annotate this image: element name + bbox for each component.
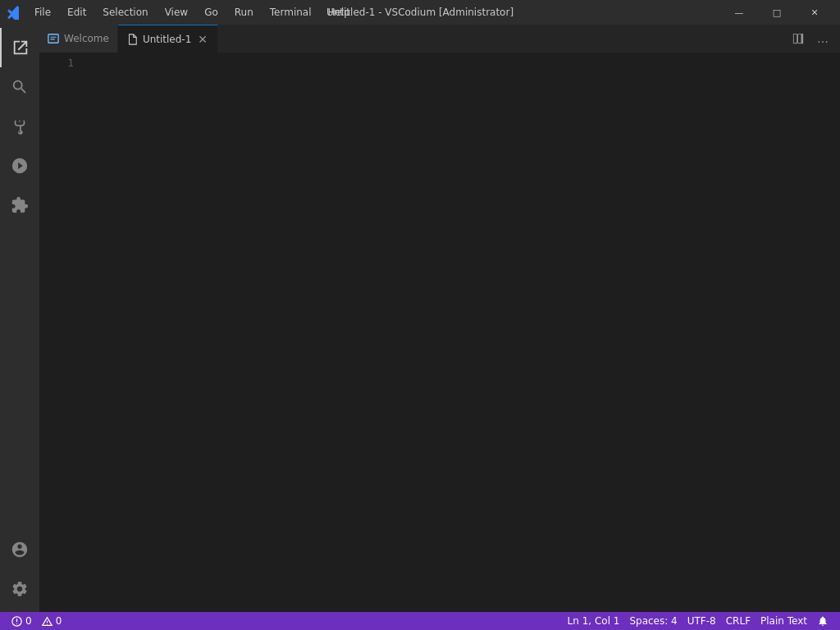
bell-icon <box>817 615 829 627</box>
account-icon[interactable] <box>0 530 39 569</box>
maximize-button[interactable]: □ <box>758 0 796 25</box>
status-bar: 0 0 Ln 1, Col 1 Spaces: 4 UTF-8 CRLF Pla… <box>0 612 840 630</box>
menu-edit[interactable]: Edit <box>61 5 93 20</box>
tab-welcome-label: Welcome <box>64 33 109 44</box>
tab-welcome[interactable]: Welcome <box>39 25 118 52</box>
menu-go[interactable]: Go <box>198 5 225 20</box>
tab-untitled-1[interactable]: Untitled-1 ✕ <box>118 25 218 52</box>
tab-untitled-close-button[interactable]: ✕ <box>196 33 209 46</box>
menu-terminal[interactable]: Terminal <box>263 5 318 20</box>
status-errors[interactable]: 0 <box>7 612 37 630</box>
status-warning-count: 0 <box>56 615 62 627</box>
status-warnings[interactable]: 0 <box>37 612 67 630</box>
tab-file-icon <box>126 34 138 45</box>
window-title: Untitled-1 - VSCodium [Administrator] <box>326 7 514 18</box>
editor-content: 1 <box>39 53 840 612</box>
editor-area: Welcome Untitled-1 ✕ … 1 <box>39 25 840 612</box>
title-bar: File Edit Selection View Go Run Terminal… <box>0 0 840 25</box>
sidebar-item-extensions[interactable] <box>0 185 39 225</box>
status-bell-button[interactable] <box>812 612 833 630</box>
sidebar-item-run-debug[interactable] <box>0 146 39 185</box>
status-encoding[interactable]: UTF-8 <box>682 612 721 630</box>
menu-file[interactable]: File <box>28 5 57 20</box>
status-warning-icon <box>42 616 52 627</box>
tab-welcome-icon <box>48 33 59 44</box>
tab-bar: Welcome Untitled-1 ✕ … <box>39 25 840 53</box>
svg-rect-0 <box>48 34 58 43</box>
main-container: Welcome Untitled-1 ✕ … 1 <box>0 25 840 612</box>
line-number-1: 1 <box>54 55 74 71</box>
menu-view[interactable]: View <box>158 5 194 20</box>
status-language-label: Plain Text <box>760 615 807 627</box>
minimize-button[interactable]: — <box>720 0 758 25</box>
settings-icon[interactable] <box>0 569 39 609</box>
menu-run[interactable]: Run <box>228 5 260 20</box>
menu-selection[interactable]: Selection <box>96 5 154 20</box>
status-eol[interactable]: CRLF <box>721 612 756 630</box>
status-bar-right: Ln 1, Col 1 Spaces: 4 UTF-8 CRLF Plain T… <box>563 612 833 630</box>
status-error-icon <box>11 616 22 627</box>
split-editor-button[interactable] <box>788 28 809 49</box>
app-logo-icon <box>7 5 21 20</box>
status-language[interactable]: Plain Text <box>756 612 812 630</box>
status-eol-label: CRLF <box>726 615 751 627</box>
more-actions-button[interactable]: … <box>812 28 833 49</box>
sidebar-item-explorer[interactable] <box>0 28 39 67</box>
status-spaces-label: Spaces: 4 <box>629 615 677 627</box>
activity-bar <box>0 25 39 612</box>
editor-text-area[interactable] <box>80 53 840 612</box>
status-spaces[interactable]: Spaces: 4 <box>624 612 682 630</box>
tab-untitled-label: Untitled-1 <box>143 34 191 45</box>
title-bar-left: File Edit Selection View Go Run Terminal… <box>7 5 357 20</box>
status-position-label: Ln 1, Col 1 <box>568 615 620 627</box>
line-numbers-gutter: 1 <box>39 53 80 612</box>
status-error-count: 0 <box>25 615 32 627</box>
status-position[interactable]: Ln 1, Col 1 <box>563 612 625 630</box>
sidebar-item-source-control[interactable] <box>0 107 39 146</box>
close-button[interactable]: ✕ <box>796 0 833 25</box>
sidebar-item-search[interactable] <box>0 67 39 107</box>
activity-bar-bottom <box>0 530 39 609</box>
status-encoding-label: UTF-8 <box>687 615 716 627</box>
window-controls: — □ ✕ <box>720 0 833 25</box>
tab-bar-actions: … <box>788 25 840 52</box>
